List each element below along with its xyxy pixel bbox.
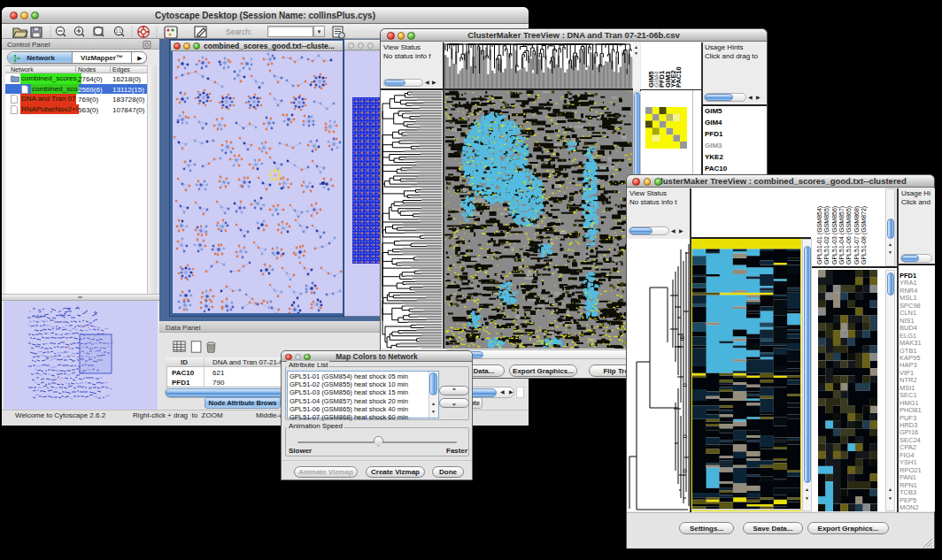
svg-text:1:1: 1:1 — [116, 29, 122, 34]
svg-text:Search:: Search: — [226, 27, 251, 36]
